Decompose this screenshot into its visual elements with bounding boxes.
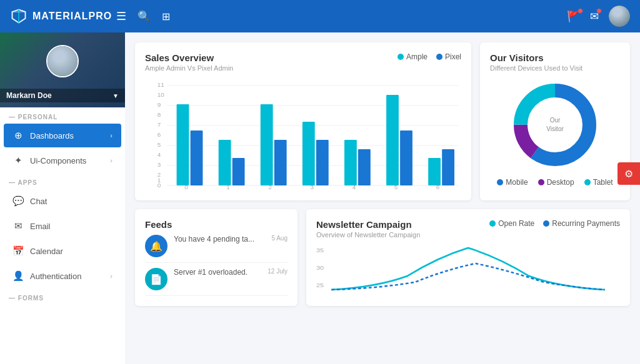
sidebar-item-authentication[interactable]: 👤 Authentication › — [4, 264, 121, 288]
svg-text:11: 11 — [158, 81, 164, 87]
svg-text:4: 4 — [158, 151, 161, 157]
feeds-card: Feeds 🔔 You have 4 pending ta... 5 Aug 📄… — [135, 209, 298, 306]
topnav-right-icons: 🚩 ✉ — [567, 6, 630, 27]
authentication-icon: 👤 — [12, 270, 24, 282]
donut-chart-area: Our Visitor — [490, 78, 620, 172]
profile-caret-icon: ▼ — [112, 92, 119, 99]
legend-open-rate: Open Rate — [489, 219, 534, 228]
grid-icon[interactable]: ⊞ — [162, 11, 170, 22]
section-label-personal: — PERSONAL — [0, 107, 125, 123]
svg-text:9: 9 — [158, 101, 161, 107]
bottom-cards-row: Feeds 🔔 You have 4 pending ta... 5 Aug 📄… — [135, 209, 630, 306]
bar-1-pixel — [232, 158, 245, 185]
donut-chart-svg: Our Visitor — [508, 78, 602, 172]
newsletter-title: Newsletter Campaign — [316, 219, 420, 230]
svg-text:0: 0 — [158, 182, 161, 188]
feed-icon-bell: 🔔 — [145, 235, 168, 257]
bar-1-ample — [219, 140, 231, 185]
sales-title: Sales Overview — [145, 52, 233, 63]
mail-notification[interactable]: ✉ — [590, 10, 599, 23]
newsletter-card: Newsletter Campaign Overview of Newslett… — [306, 209, 630, 306]
svg-text:Visitor: Visitor — [546, 125, 564, 132]
feeds-list: 🔔 You have 4 pending ta... 5 Aug 📄 Serve… — [145, 230, 288, 296]
section-label-forms: — FORMS — [0, 288, 125, 304]
svg-text:3: 3 — [158, 161, 161, 167]
bar-4-pixel — [358, 149, 371, 185]
mail-badge — [596, 8, 602, 14]
bar-5-pixel — [400, 130, 412, 185]
logo-icon — [10, 7, 28, 25]
svg-text:Our: Our — [550, 117, 561, 124]
visitors-title: Our Visitors — [490, 52, 620, 63]
tablet-dot — [584, 179, 591, 185]
open-rate-dot — [489, 220, 496, 227]
chat-icon: 💬 — [12, 195, 24, 207]
top-navigation: MATERIALPRO ☰ 🔍 ⊞ 🚩 ✉ — [0, 0, 640, 32]
svg-text:2: 2 — [268, 184, 272, 190]
svg-text:6: 6 — [436, 184, 440, 190]
feed-item-0: 🔔 You have 4 pending ta... 5 Aug — [145, 230, 288, 263]
settings-fab[interactable]: ⚙ — [618, 162, 640, 185]
sidebar: Markarn Doe ▼ — PERSONAL ⊕ Dashboards › … — [0, 32, 125, 364]
feed-date-1: 12 July — [268, 268, 288, 275]
sidebar-item-dashboards[interactable]: ⊕ Dashboards › — [4, 124, 121, 147]
user-avatar[interactable] — [609, 6, 630, 27]
newsletter-legend: Open Rate Recurring Payments — [489, 219, 620, 228]
visitors-legend-tablet: Tablet — [584, 178, 613, 187]
sales-legend: Ample Pixel — [398, 52, 461, 61]
ui-components-icon: ✦ — [12, 155, 24, 166]
top-cards-row: Sales Overview Ample Admin Vs Pixel Admi… — [135, 42, 630, 200]
profile-name: Markarn Doe — [6, 91, 110, 100]
svg-text:35: 35 — [316, 247, 324, 253]
sales-bar-chart: 11 10 9 8 7 6 5 4 3 2 1 0 — [145, 78, 461, 190]
svg-text:5: 5 — [158, 141, 161, 147]
email-label: Email — [30, 222, 112, 231]
svg-text:25: 25 — [316, 282, 324, 288]
feed-icon-doc: 📄 — [145, 268, 168, 290]
content-area: Sales Overview Ample Admin Vs Pixel Admi… — [125, 32, 640, 364]
ui-components-label: Ui-Components — [30, 156, 104, 165]
bar-0-pixel — [191, 130, 203, 185]
profile-name-row[interactable]: Markarn Doe ▼ — [0, 89, 125, 102]
sales-overview-card: Sales Overview Ample Admin Vs Pixel Admi… — [135, 42, 471, 200]
visitors-card: Our Visitors Different Devices Used to V… — [480, 42, 630, 200]
bar-3-pixel — [316, 140, 329, 185]
calendar-label: Calendar — [30, 247, 112, 256]
sidebar-item-calendar[interactable]: 📅 Calendar — [4, 239, 121, 263]
sales-subtitle: Ample Admin Vs Pixel Admin — [145, 64, 233, 72]
visitors-legend-mobile: Mobile — [497, 178, 528, 187]
feeds-title: Feeds — [145, 219, 288, 230]
svg-text:5: 5 — [394, 184, 398, 190]
feed-item-1: 📄 Server #1 overloaded. 12 July — [145, 263, 288, 296]
settings-icon: ⚙ — [624, 168, 633, 180]
logo-text: MATERIALPRO — [32, 11, 112, 22]
feed-date-0: 5 Aug — [271, 235, 288, 242]
visitors-legend-desktop: Desktop — [538, 178, 574, 187]
visitors-legend: Mobile Desktop Tablet — [490, 178, 620, 187]
dashboards-arrow: › — [110, 132, 112, 139]
email-icon: ✉ — [12, 220, 24, 232]
flag-notification[interactable]: 🚩 — [567, 10, 580, 23]
bar-2-ample — [261, 104, 273, 185]
sidebar-item-email[interactable]: ✉ Email — [4, 214, 121, 238]
legend-recurring: Recurring Payments — [543, 219, 620, 228]
search-icon[interactable]: 🔍 — [138, 10, 151, 23]
svg-text:30: 30 — [316, 265, 324, 271]
sidebar-profile: Markarn Doe ▼ — [0, 32, 125, 107]
visitors-subtitle: Different Devices Used to Visit — [490, 64, 620, 72]
pixel-dot — [436, 54, 442, 60]
svg-text:7: 7 — [158, 121, 161, 127]
sidebar-item-ui-components[interactable]: ✦ Ui-Components › — [4, 149, 121, 172]
legend-pixel: Pixel — [436, 52, 461, 61]
svg-text:3: 3 — [311, 184, 314, 190]
mobile-dot — [497, 179, 503, 185]
svg-text:0: 0 — [184, 184, 188, 190]
sidebar-item-chat[interactable]: 💬 Chat — [4, 189, 121, 213]
svg-text:6: 6 — [158, 131, 161, 137]
topnav-left-icons: ☰ 🔍 ⊞ — [116, 9, 170, 23]
logo: MATERIALPRO — [10, 7, 116, 25]
authentication-arrow: › — [110, 272, 112, 280]
calendar-icon: 📅 — [12, 245, 24, 257]
chat-label: Chat — [30, 197, 112, 206]
menu-icon[interactable]: ☰ — [116, 9, 126, 23]
